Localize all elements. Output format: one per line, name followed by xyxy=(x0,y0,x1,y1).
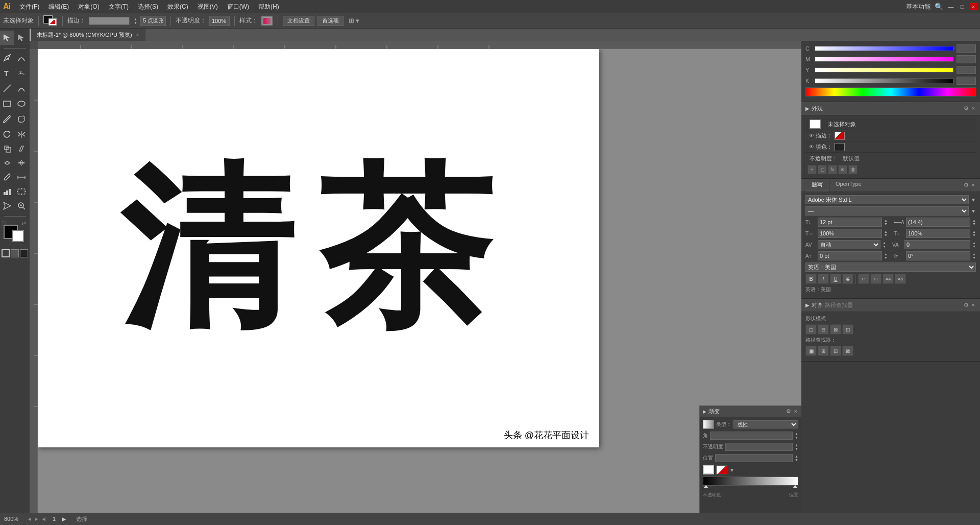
position-arrows[interactable]: ▲▼ xyxy=(795,455,798,462)
gradient-panel-header[interactable]: ▶ 渐变 ⚙ × xyxy=(700,406,801,417)
direct-selection-tool[interactable] xyxy=(14,31,29,45)
close-button[interactable]: × xyxy=(970,3,977,10)
zoom-level[interactable]: 800% xyxy=(4,516,18,522)
pathfinder-1[interactable]: ▣ xyxy=(805,346,817,356)
minimize-button[interactable]: — xyxy=(947,3,954,10)
v-scale-arrows[interactable]: ▲▼ xyxy=(972,230,976,237)
m-value[interactable] xyxy=(957,55,976,63)
type-tab-label[interactable]: 题写 xyxy=(805,179,829,192)
align-settings-icon[interactable]: ⚙ xyxy=(963,302,970,308)
opacity-input[interactable] xyxy=(209,16,230,26)
scale-tool[interactable] xyxy=(0,141,14,156)
slice-tool[interactable] xyxy=(0,199,14,213)
leading-input[interactable] xyxy=(906,218,970,227)
grid-icon[interactable]: ⊞ xyxy=(349,17,354,25)
baseline-arrows[interactable]: ▲▼ xyxy=(884,252,888,259)
maximize-button[interactable]: □ xyxy=(959,3,966,10)
line-tool[interactable] xyxy=(0,81,14,96)
gradient-bar[interactable] xyxy=(703,476,798,486)
angle-input[interactable] xyxy=(710,432,793,440)
eyedropper-tool[interactable] xyxy=(0,170,14,184)
fill-visibility-icon[interactable]: 👁 xyxy=(807,144,816,150)
c-value[interactable] xyxy=(957,44,976,53)
bold-button[interactable]: B xyxy=(805,274,817,284)
normal-mode-icon[interactable] xyxy=(2,249,10,257)
type-settings-icon[interactable]: ⚙ xyxy=(963,182,970,188)
pathfinder-2[interactable]: ⊞ xyxy=(818,346,829,356)
pen-tool[interactable] xyxy=(0,51,14,65)
style-swatch[interactable] xyxy=(261,16,273,26)
language-select[interactable]: 英语：美国 xyxy=(805,262,976,272)
fullscreen-mode-icon[interactable] xyxy=(11,249,19,257)
subscript-button[interactable]: T↓ xyxy=(870,274,881,284)
stroke-color-swatch[interactable] xyxy=(835,132,845,140)
tracking-input[interactable] xyxy=(904,240,970,249)
type-close-icon[interactable]: × xyxy=(971,182,976,188)
doc-settings-button[interactable]: 文档设置 xyxy=(283,16,314,26)
arrow-icon[interactable]: ▾ xyxy=(356,17,359,25)
swap-colors-icon[interactable]: ⇄ xyxy=(22,221,26,226)
exclude-button[interactable]: ⊡ xyxy=(842,324,853,335)
menu-effect[interactable]: 效果(C) xyxy=(163,2,192,12)
menu-window[interactable]: 窗口(W) xyxy=(223,2,253,12)
grad-stop-right[interactable] xyxy=(793,485,798,488)
tab-close-button[interactable]: × xyxy=(136,32,139,38)
c-slider[interactable] xyxy=(815,46,953,51)
opacity-arrows[interactable]: ▲▼ xyxy=(795,443,798,450)
shear-tool[interactable] xyxy=(14,141,29,156)
preferences-button[interactable]: 首选项 xyxy=(317,16,344,26)
grad-opacity-input[interactable] xyxy=(725,443,793,451)
m-slider[interactable] xyxy=(815,57,953,62)
menu-help[interactable]: 帮助(H) xyxy=(254,2,283,12)
menu-select[interactable]: 选择(S) xyxy=(134,2,162,12)
type-tool[interactable]: T xyxy=(0,66,14,80)
font-expand-icon[interactable]: ▼ xyxy=(971,197,976,203)
k-value[interactable] xyxy=(957,77,976,85)
angle-arrows[interactable]: ▲▼ xyxy=(795,432,798,439)
kerning-select[interactable]: 自动 xyxy=(818,240,880,249)
appearance-settings-icon[interactable]: ⚙ xyxy=(963,105,970,112)
font-size-input[interactable] xyxy=(818,218,882,227)
grad-red-swatch[interactable] xyxy=(716,465,727,474)
pathfinder-3[interactable]: ⊡ xyxy=(830,346,841,356)
artboard-tool[interactable] xyxy=(14,184,29,199)
tracking-arrows[interactable]: ▲▼ xyxy=(972,241,976,248)
gradient-type-select[interactable]: 线性 xyxy=(733,420,798,428)
intersect-button[interactable]: ⊠ xyxy=(830,324,841,335)
canvas-scroll-area[interactable]: 清茶 头条 @花花平面设计 xyxy=(38,49,795,507)
grad-white-swatch[interactable] xyxy=(703,465,714,474)
superscript-button[interactable]: T↑ xyxy=(858,274,869,284)
menu-type[interactable]: 文字(T) xyxy=(105,2,133,12)
stroke-visibility-icon[interactable]: 👁 xyxy=(807,133,816,139)
grad-close-icon[interactable]: × xyxy=(793,408,798,415)
warp-tool[interactable] xyxy=(0,156,14,170)
k-slider[interactable] xyxy=(815,78,953,83)
small-caps-button[interactable]: Aa xyxy=(895,274,906,284)
width-tool[interactable] xyxy=(14,156,29,170)
h-scale-input[interactable] xyxy=(818,229,882,238)
grad-settings-icon[interactable]: ⚙ xyxy=(785,408,792,415)
align-panel-header[interactable]: ▶ 对齐 路径查找器 ⚙ × xyxy=(801,299,980,312)
pathfinder-4[interactable]: ⊠ xyxy=(842,346,853,356)
fill-color-swatch[interactable] xyxy=(835,143,845,151)
curvature-tool[interactable] xyxy=(14,51,29,65)
v-scale-input[interactable] xyxy=(906,229,970,238)
menu-object[interactable]: 对象(O) xyxy=(74,2,103,12)
background-color-swatch[interactable] xyxy=(12,230,24,242)
unite-button[interactable]: ◻ xyxy=(805,324,817,335)
delete-item-icon[interactable]: 🗑 xyxy=(848,165,857,174)
rotate-tool[interactable] xyxy=(0,127,14,141)
size-arrows[interactable]: ▲▼ xyxy=(884,219,888,226)
font-style-expand-icon[interactable]: ▼ xyxy=(971,208,976,214)
grad-stop-left[interactable] xyxy=(703,485,708,488)
selection-tool[interactable] xyxy=(0,31,14,45)
measure-tool[interactable] xyxy=(14,170,29,184)
menu-view[interactable]: 视图(V) xyxy=(193,2,222,12)
graph-tool[interactable] xyxy=(0,184,14,199)
appearance-close-icon[interactable]: × xyxy=(971,105,976,112)
italic-button[interactable]: I xyxy=(818,274,829,284)
add-new-stroke-icon[interactable]: + xyxy=(807,165,817,174)
opentype-tab[interactable]: OpenType xyxy=(829,179,868,192)
stroke-value-input[interactable] xyxy=(140,16,166,26)
rotation-input[interactable] xyxy=(906,251,970,260)
